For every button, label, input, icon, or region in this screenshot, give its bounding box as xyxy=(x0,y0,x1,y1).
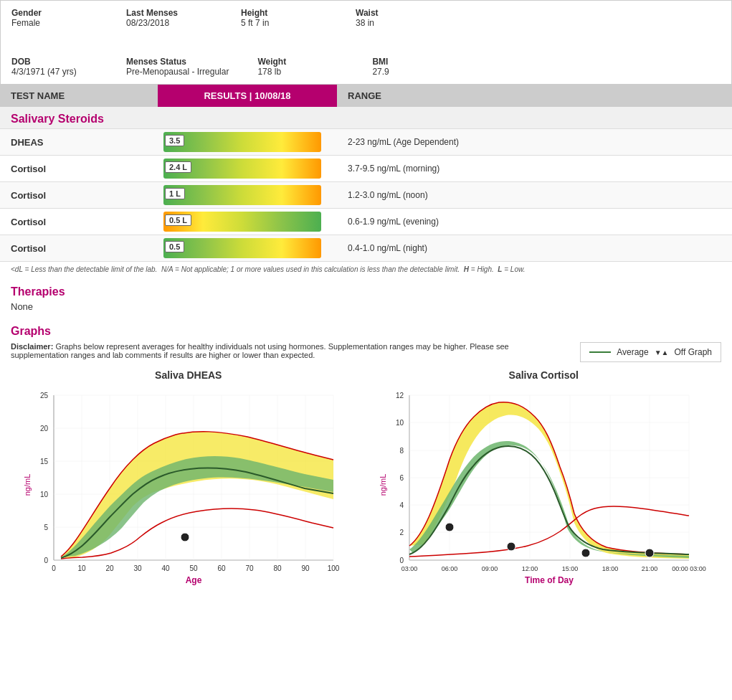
svg-text:100: 100 xyxy=(328,564,340,572)
dheas-chart-svg: ng/mL xyxy=(22,384,351,585)
test-range-cell: 0.6-1.9 ng/mL (evening) xyxy=(337,211,732,232)
svg-text:60: 60 xyxy=(217,564,226,572)
svg-text:Time of Day: Time of Day xyxy=(525,575,574,585)
bmi-value: 27.9 xyxy=(372,67,458,77)
bar-container: 3.5 xyxy=(163,132,321,152)
disclaimer-text: Disclaimer: Graphs below represent avera… xyxy=(11,342,558,359)
svg-text:30: 30 xyxy=(133,564,142,572)
test-bar-cell: 0.5 L xyxy=(158,209,337,235)
legend-box: Average ▼▲ Off Graph xyxy=(580,342,721,362)
bar-gradient xyxy=(163,238,321,258)
legend-triangle-icon: ▼▲ xyxy=(655,349,669,356)
therapies-section: Therapies None xyxy=(0,283,732,315)
gender-label: Gender xyxy=(11,8,98,18)
test-row: DHEAS3.52-23 ng/mL (Age Dependent) xyxy=(0,129,732,156)
test-range-cell: 3.7-9.5 ng/mL (morning) xyxy=(337,158,732,179)
last-menses-label: Last Menses xyxy=(126,8,212,18)
svg-text:03:00: 03:00 xyxy=(401,565,417,572)
table-header: TEST NAME RESULTS | 10/08/18 RANGE xyxy=(0,85,732,107)
bar-container: 0.5 xyxy=(163,238,321,258)
legend-off-graph-label: Off Graph xyxy=(675,347,712,357)
svg-text:21:00: 21:00 xyxy=(641,565,657,572)
charts-row: Saliva DHEAS ng/mL xyxy=(11,369,721,587)
svg-text:10: 10 xyxy=(40,491,49,498)
therapies-label: Therapies xyxy=(11,285,721,298)
svg-text:10: 10 xyxy=(395,419,404,427)
bar-gradient xyxy=(163,132,321,152)
svg-text:25: 25 xyxy=(40,392,49,399)
svg-text:0: 0 xyxy=(44,557,48,564)
svg-text:ng/mL: ng/mL xyxy=(23,474,32,496)
bar-value: 3.5 xyxy=(165,135,184,146)
test-rows-container: DHEAS3.52-23 ng/mL (Age Dependent)Cortis… xyxy=(0,129,732,262)
svg-text:10: 10 xyxy=(77,564,86,572)
bar-container: 1 L xyxy=(163,185,321,205)
svg-text:20: 20 xyxy=(105,564,114,572)
test-name-cell: Cortisol xyxy=(0,237,158,260)
test-row: Cortisol0.5 L0.6-1.9 ng/mL (evening) xyxy=(0,209,732,235)
svg-text:06:00: 06:00 xyxy=(441,565,457,572)
svg-text:5: 5 xyxy=(44,524,48,531)
dheas-chart-container: Saliva DHEAS ng/mL xyxy=(22,369,356,587)
dob-label: DOB xyxy=(11,57,98,67)
bar-gradient xyxy=(163,185,321,205)
weight-label: Weight xyxy=(257,57,343,67)
test-name-cell: Cortisol xyxy=(0,158,158,180)
svg-text:4: 4 xyxy=(399,501,404,509)
test-bar-cell: 0.5 xyxy=(158,235,337,261)
svg-text:70: 70 xyxy=(245,564,254,572)
cortisol-chart-svg: ng/mL xyxy=(377,384,707,585)
svg-text:Age: Age xyxy=(186,575,202,585)
height-value: 5 ft 7 in xyxy=(241,18,327,28)
footnote: <dL = Less than the detectable limit of … xyxy=(0,262,732,277)
dheas-data-point xyxy=(181,533,189,541)
svg-text:ng/mL: ng/mL xyxy=(379,474,387,496)
test-row: Cortisol2.4 L3.7-9.5 ng/mL (morning) xyxy=(0,156,732,182)
last-menses-value: 08/23/2018 xyxy=(126,18,212,28)
svg-text:0: 0 xyxy=(52,564,56,572)
disclaimer-row: Disclaimer: Graphs below represent avera… xyxy=(11,342,721,362)
test-bar-cell: 1 L xyxy=(158,182,337,208)
bar-value: 1 L xyxy=(165,188,185,199)
test-name-cell: DHEAS xyxy=(0,131,158,153)
cortisol-chart-title: Saliva Cortisol xyxy=(377,369,711,381)
svg-text:12:00: 12:00 xyxy=(521,565,538,572)
col-range: RANGE xyxy=(337,85,732,107)
cortisol-noon-point xyxy=(507,542,515,551)
waist-value: 38 in xyxy=(356,18,442,28)
svg-text:00:00 03:00: 00:00 03:00 xyxy=(672,565,706,572)
svg-text:6: 6 xyxy=(399,474,404,482)
svg-text:50: 50 xyxy=(189,564,198,572)
gender-value: Female xyxy=(11,18,98,28)
svg-text:18:00: 18:00 xyxy=(602,565,618,572)
bar-container: 2.4 L xyxy=(163,159,321,179)
menses-status-label: Menses Status xyxy=(126,57,229,67)
svg-text:12: 12 xyxy=(395,392,404,399)
svg-text:09:00: 09:00 xyxy=(481,565,498,572)
svg-text:20: 20 xyxy=(40,425,49,432)
svg-text:8: 8 xyxy=(399,447,404,455)
test-range-cell: 1.2-3.0 ng/mL (noon) xyxy=(337,184,732,206)
graphs-label: Graphs xyxy=(11,325,721,338)
test-row: Cortisol0.50.4-1.0 ng/mL (night) xyxy=(0,235,732,262)
svg-text:15:00: 15:00 xyxy=(561,565,578,572)
test-name-cell: Cortisol xyxy=(0,184,158,207)
svg-text:80: 80 xyxy=(273,564,282,572)
legend-average-label: Average xyxy=(617,347,648,357)
bmi-label: BMI xyxy=(372,57,458,67)
dob-value: 4/3/1971 (47 yrs) xyxy=(11,67,98,77)
test-bar-cell: 2.4 L xyxy=(158,156,337,181)
menses-status-value: Pre-Menopausal - Irregular xyxy=(126,67,229,77)
test-name-cell: Cortisol xyxy=(0,211,158,233)
waist-label: Waist xyxy=(356,8,442,18)
test-row: Cortisol1 L1.2-3.0 ng/mL (noon) xyxy=(0,182,732,209)
svg-text:40: 40 xyxy=(161,564,170,572)
svg-text:90: 90 xyxy=(301,564,310,572)
bar-value: 0.5 xyxy=(165,241,184,252)
svg-text:0: 0 xyxy=(399,557,404,564)
col-test-name: TEST NAME xyxy=(0,85,158,107)
cortisol-chart-container: Saliva Cortisol ng/mL xyxy=(377,369,711,587)
col-results: RESULTS | 10/08/18 xyxy=(158,85,337,107)
cortisol-evening-point xyxy=(581,549,590,557)
legend-line-icon xyxy=(589,351,611,353)
